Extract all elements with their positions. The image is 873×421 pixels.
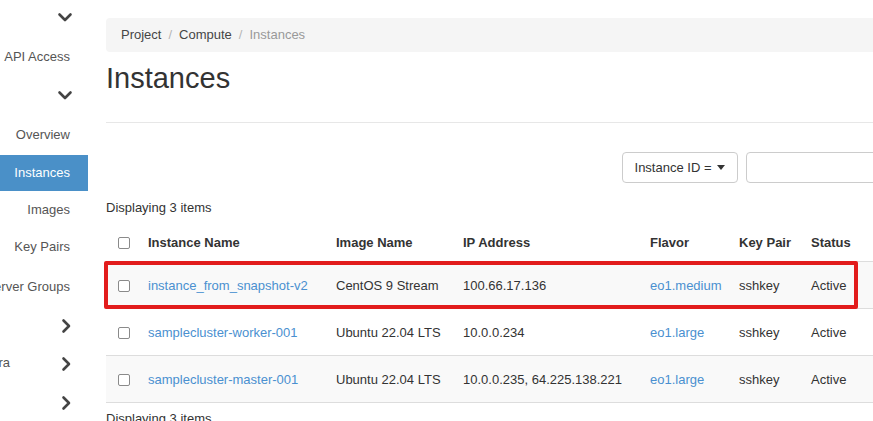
cell-key-pair: sshkey <box>731 309 803 356</box>
row-select-cell <box>106 356 140 403</box>
cell-status: Active <box>803 262 873 309</box>
breadcrumb-separator: / <box>168 27 172 42</box>
row-select-cell <box>106 309 140 356</box>
select-all-checkbox[interactable] <box>118 237 130 249</box>
row-checkbox[interactable] <box>118 280 130 292</box>
cell-key-pair: sshkey <box>731 262 803 309</box>
breadcrumb: Project/Compute/Instances <box>106 18 873 52</box>
cell-flavor: eo1.large <box>642 309 731 356</box>
row-checkbox[interactable] <box>118 374 130 386</box>
table-header-row: Instance Name Image Name IP Address Flav… <box>106 223 873 262</box>
instance-link[interactable]: samplecluster-worker-001 <box>148 325 298 340</box>
cell-flavor: eo1.medium <box>642 262 731 309</box>
column-header-status[interactable]: Status <box>803 223 873 262</box>
row-select-cell <box>106 262 140 309</box>
filter-dropdown-button[interactable]: Instance ID = <box>622 152 738 183</box>
table-row: instance_from_snapshot-v2 CentOS 9 Strea… <box>106 262 873 309</box>
cell-image-name: Ubuntu 22.04 LTS <box>328 309 455 356</box>
cell-ip-address: 10.0.0.234 <box>455 309 642 356</box>
sidebar-item-server-groups[interactable]: Server Groups <box>0 277 70 297</box>
flavor-link[interactable]: eo1.large <box>650 325 704 340</box>
breadcrumb-separator: / <box>239 27 243 42</box>
instance-link[interactable]: samplecluster-master-001 <box>148 372 298 387</box>
sidebar-item-instances[interactable]: Instances <box>0 155 88 191</box>
cell-ip-address: 10.0.0.235, 64.225.138.221 <box>455 356 642 403</box>
page-title: Instances <box>106 62 230 95</box>
column-header-key-pair[interactable]: Key Pair <box>731 223 803 262</box>
cell-instance-name: samplecluster-master-001 <box>140 356 328 403</box>
breadcrumb-instances: Instances <box>249 27 305 42</box>
column-header-flavor[interactable]: Flavor <box>642 223 731 262</box>
caret-down-icon <box>717 165 725 170</box>
flavor-link[interactable]: eo1.large <box>650 372 704 387</box>
chevron-right-icon[interactable] <box>61 318 72 334</box>
chevron-right-icon[interactable] <box>61 395 72 411</box>
column-header-image-name[interactable]: Image Name <box>328 223 455 262</box>
cell-ip-address: 100.66.17.136 <box>455 262 642 309</box>
cell-instance-name: samplecluster-worker-001 <box>140 309 328 356</box>
main-content: Project/Compute/Instances Instances Inst… <box>106 0 873 421</box>
filter-dropdown-label: Instance ID = <box>635 160 712 175</box>
column-header-ip-address[interactable]: IP Address <box>455 223 642 262</box>
column-header-instance-name[interactable]: Instance Name <box>140 223 328 262</box>
sidebar-item-api-access[interactable]: API Access <box>4 47 70 67</box>
cell-status: Active <box>803 309 873 356</box>
filter-search-input[interactable] <box>746 152 873 183</box>
chevron-right-icon[interactable] <box>61 356 72 372</box>
cell-status: Active <box>803 356 873 403</box>
breadcrumb-compute[interactable]: Compute <box>179 27 232 42</box>
cell-image-name: Ubuntu 22.04 LTS <box>328 356 455 403</box>
sidebar-item-images[interactable]: Images <box>27 200 70 220</box>
title-divider <box>106 122 873 123</box>
select-all-cell <box>106 223 140 262</box>
chevron-down-icon[interactable] <box>57 90 73 101</box>
breadcrumb-project[interactable]: Project <box>121 27 161 42</box>
sidebar-item-overview[interactable]: Overview <box>16 125 70 145</box>
instances-table: Instance Name Image Name IP Address Flav… <box>106 223 873 403</box>
table-row: samplecluster-master-001 Ubuntu 22.04 LT… <box>106 356 873 403</box>
items-count-top: Displaying 3 items <box>106 200 212 215</box>
items-count-bottom: Displaying 3 items <box>106 411 212 421</box>
sidebar-item-truncated[interactable]: ra <box>0 353 10 373</box>
sidebar: API Access Overview Instances Images Key… <box>0 0 88 421</box>
instance-link[interactable]: instance_from_snapshot-v2 <box>148 278 308 293</box>
table-row: samplecluster-worker-001 Ubuntu 22.04 LT… <box>106 309 873 356</box>
chevron-down-icon[interactable] <box>57 12 73 23</box>
row-checkbox[interactable] <box>118 327 130 339</box>
cell-image-name: CentOS 9 Stream <box>328 262 455 309</box>
cell-instance-name: instance_from_snapshot-v2 <box>140 262 328 309</box>
flavor-link[interactable]: eo1.medium <box>650 278 722 293</box>
cell-key-pair: sshkey <box>731 356 803 403</box>
sidebar-item-key-pairs[interactable]: Key Pairs <box>14 237 70 257</box>
cell-flavor: eo1.large <box>642 356 731 403</box>
